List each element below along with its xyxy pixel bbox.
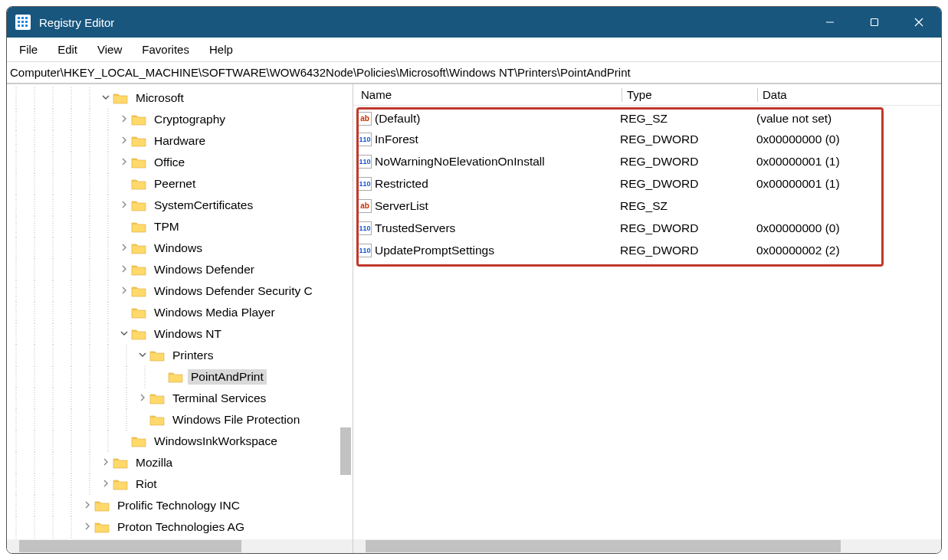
menubar: File Edit View Favorites Help: [7, 38, 941, 62]
tree-node-pointandprint[interactable]: PointAndPrint: [7, 366, 353, 388]
values-hscroll[interactable]: [353, 539, 941, 553]
value-type: REG_SZ: [620, 199, 756, 213]
tree-pane: MicrosoftCryptographyHardwareOffice Peer…: [7, 84, 353, 553]
reg-sz-icon: ab: [358, 112, 372, 126]
tree-hscroll[interactable]: [7, 539, 353, 553]
tree-spacer: [154, 372, 168, 382]
tree-node-label: Microsoft: [133, 90, 187, 106]
registry-tree[interactable]: MicrosoftCryptographyHardwareOffice Peer…: [7, 84, 353, 539]
tree-spacer: [117, 437, 131, 446]
address-bar[interactable]: Computer\HKEY_LOCAL_MACHINE\SOFTWARE\WOW…: [7, 62, 941, 84]
value-name: NoWarningNoElevationOnInstall: [375, 155, 620, 169]
tree-node-windows-defender[interactable]: Windows Defender: [7, 259, 353, 280]
folder-icon: [131, 199, 146, 211]
col-data[interactable]: Data: [758, 88, 941, 101]
tree-node-label: WindowsInkWorkspace: [151, 434, 280, 449]
tree-node-terminal-services[interactable]: Terminal Services: [7, 388, 353, 409]
folder-icon: [168, 371, 183, 383]
app-icon: [15, 14, 31, 31]
tree-vscroll-thumb[interactable]: [340, 427, 351, 475]
tree-node-label: Prolific Technology INC: [114, 498, 243, 513]
value-row-serverlist[interactable]: abServerListREG_SZ: [353, 195, 941, 217]
tree-node-cryptography[interactable]: Cryptography: [7, 109, 353, 130]
chevron-right-icon[interactable]: [80, 501, 94, 510]
registry-editor-window: Registry Editor File Edit View Favorites…: [6, 6, 942, 554]
tree-node-prolific-technology-inc[interactable]: Prolific Technology INC: [7, 495, 353, 516]
tree-node-microsoft[interactable]: Microsoft: [7, 87, 353, 109]
tree-node-proton-technologies-ag[interactable]: Proton Technologies AG: [7, 516, 353, 538]
chevron-right-icon[interactable]: [117, 115, 131, 124]
tree-spacer: [136, 415, 149, 424]
tree-node-systemcertificates[interactable]: SystemCertificates: [7, 195, 353, 216]
tree-node-windows-media-player[interactable]: Windows Media Player: [7, 302, 353, 323]
values-list[interactable]: ab(Default)REG_SZ(value not set)110InFor…: [353, 106, 941, 539]
tree-node-label: Windows File Protection: [169, 412, 303, 427]
chevron-right-icon[interactable]: [117, 136, 131, 146]
chevron-right-icon[interactable]: [117, 201, 131, 210]
minimize-button[interactable]: [808, 7, 852, 38]
col-name[interactable]: Name: [356, 88, 622, 101]
chevron-down-icon[interactable]: [117, 329, 131, 339]
value-row-nowarningnoelevationoninstall[interactable]: 110NoWarningNoElevationOnInstallREG_DWOR…: [353, 150, 941, 172]
tree-node-riot[interactable]: Riot: [7, 473, 353, 495]
value-type: REG_DWORD: [620, 133, 756, 146]
chevron-down-icon[interactable]: [99, 93, 113, 103]
tree-hscroll-thumb[interactable]: [19, 540, 241, 552]
tree-node-windows-nt[interactable]: Windows NT: [7, 323, 353, 345]
folder-icon: [149, 349, 165, 362]
value-row-restricted[interactable]: 110RestrictedREG_DWORD0x00000001 (1): [353, 172, 941, 195]
chevron-right-icon[interactable]: [117, 158, 131, 167]
tree-node-office[interactable]: Office: [7, 152, 353, 173]
chevron-right-icon[interactable]: [117, 244, 131, 253]
value-data: (value not set): [756, 112, 941, 126]
tree-node-printers[interactable]: Printers: [7, 345, 353, 366]
tree-node-label: Peernet: [151, 176, 198, 192]
folder-icon: [131, 328, 146, 340]
folder-icon: [94, 499, 110, 512]
tree-node-label: Hardware: [151, 133, 208, 149]
menu-edit[interactable]: Edit: [50, 40, 85, 59]
folder-icon: [131, 306, 146, 319]
window-title: Registry Editor: [39, 16, 114, 29]
chevron-right-icon[interactable]: [80, 522, 94, 532]
tree-node-windows[interactable]: Windows: [7, 237, 353, 259]
tree-node-label: Windows Defender: [151, 262, 258, 277]
address-text: Computer\HKEY_LOCAL_MACHINE\SOFTWARE\WOW…: [10, 66, 631, 79]
reg-dword-icon: 110: [358, 244, 372, 257]
value-type: REG_DWORD: [620, 155, 756, 169]
folder-icon: [149, 392, 165, 404]
tree-node-windowsinkworkspace[interactable]: WindowsInkWorkspace: [7, 431, 353, 452]
tree-node-peernet[interactable]: Peernet: [7, 173, 353, 195]
value-row-trustedservers[interactable]: 110TrustedServersREG_DWORD0x00000000 (0): [353, 217, 941, 239]
menu-help[interactable]: Help: [202, 40, 241, 59]
value-row-updatepromptsettings[interactable]: 110UpdatePromptSettingsREG_DWORD0x000000…: [353, 239, 941, 261]
folder-icon: [131, 435, 146, 447]
maximize-button[interactable]: [852, 7, 897, 38]
value-row--default-[interactable]: ab(Default)REG_SZ(value not set): [353, 106, 941, 128]
chevron-right-icon[interactable]: [99, 458, 113, 467]
tree-node-windows-file-protection[interactable]: Windows File Protection: [7, 409, 353, 431]
tree-node-tpm[interactable]: TPM: [7, 216, 353, 237]
tree-node-hardware[interactable]: Hardware: [7, 130, 353, 152]
col-type[interactable]: Type: [622, 88, 757, 101]
folder-icon: [113, 457, 128, 469]
chevron-right-icon[interactable]: [136, 394, 149, 403]
tree-node-mozilla[interactable]: Mozilla: [7, 452, 353, 473]
titlebar[interactable]: Registry Editor: [7, 7, 941, 38]
menu-view[interactable]: View: [90, 40, 130, 59]
reg-dword-icon: 110: [358, 133, 372, 146]
close-button[interactable]: [897, 7, 941, 38]
menu-favorites[interactable]: Favorites: [134, 40, 197, 59]
chevron-right-icon[interactable]: [117, 265, 131, 274]
values-hscroll-thumb[interactable]: [366, 540, 841, 552]
reg-dword-icon: 110: [358, 221, 372, 235]
tree-node-windows-defender-security-c[interactable]: Windows Defender Security C: [7, 280, 353, 302]
value-row-inforest[interactable]: 110InForestREG_DWORD0x00000000 (0): [353, 128, 941, 150]
folder-icon: [131, 264, 146, 276]
menu-file[interactable]: File: [11, 40, 45, 59]
chevron-right-icon[interactable]: [117, 287, 131, 296]
folder-icon: [131, 221, 146, 233]
chevron-down-icon[interactable]: [136, 351, 149, 360]
chevron-right-icon[interactable]: [99, 480, 113, 489]
value-name: UpdatePromptSettings: [375, 244, 620, 257]
